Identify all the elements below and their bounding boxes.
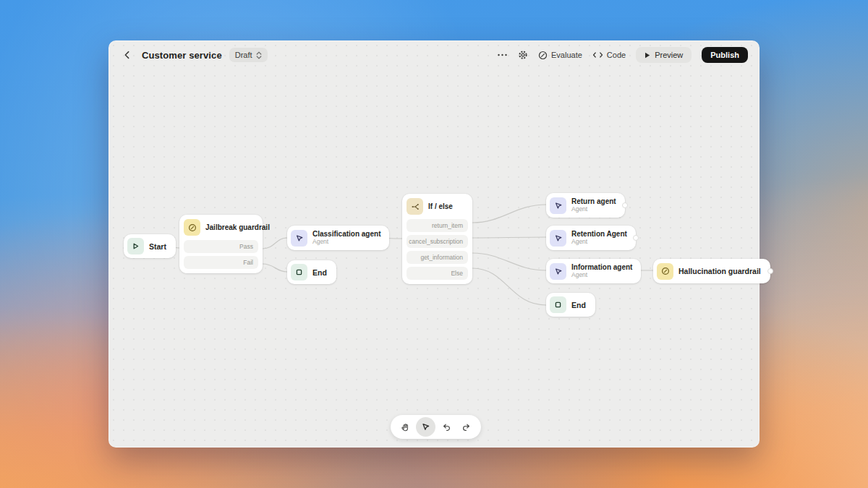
node-title: Jailbreak guardrail: [205, 223, 270, 231]
evaluate-icon: [538, 51, 548, 60]
node-classification-agent[interactable]: Classification agent Agent: [287, 226, 389, 250]
end-stop-icon: [291, 264, 307, 281]
preview-label: Preview: [655, 51, 683, 59]
agent-icon: [550, 197, 566, 214]
branch-row-cancel-subscription[interactable]: cancel_subscription: [407, 235, 468, 248]
publish-label: Publish: [710, 51, 739, 59]
guardrail-icon: [657, 263, 673, 280]
chevron-up-down-icon: [256, 51, 262, 59]
branch-row-get-information[interactable]: get_information: [407, 251, 468, 264]
node-if-else[interactable]: If / else return_item cancel_subscriptio…: [402, 194, 472, 284]
canvas[interactable]: Customer service Draft Evaluate Code Pr: [109, 40, 760, 448]
select-tool-button[interactable]: [416, 417, 435, 437]
node-end-left[interactable]: End: [287, 260, 336, 284]
output-port[interactable]: [622, 202, 628, 208]
ellipsis-icon: [497, 50, 508, 60]
branch-row-else[interactable]: Else: [407, 267, 468, 280]
status-dropdown[interactable]: Draft: [229, 48, 268, 62]
node-title: Hallucination guardrail: [678, 267, 761, 275]
branch-icon: [407, 198, 423, 215]
preview-button[interactable]: Preview: [636, 47, 692, 63]
redo-button[interactable]: [456, 417, 476, 437]
output-port[interactable]: [633, 235, 639, 241]
agent-icon: [550, 263, 566, 280]
code-icon: [592, 51, 603, 59]
node-start[interactable]: Start: [124, 234, 176, 258]
node-subtitle: Agent: [571, 239, 627, 246]
node-retention-agent[interactable]: Retention Agent Agent: [546, 226, 636, 250]
settings-button[interactable]: [518, 50, 528, 60]
node-return-agent[interactable]: Return agent Agent: [546, 193, 625, 218]
builder-header: Customer service Draft Evaluate Code Pr: [109, 40, 760, 69]
guardrail-icon: [184, 219, 200, 236]
play-icon: [644, 52, 650, 59]
hand-icon: [400, 422, 410, 432]
evaluate-button[interactable]: Evaluate: [538, 51, 582, 60]
node-label: End: [571, 301, 586, 309]
back-button[interactable]: [120, 48, 135, 62]
branch-row-pass[interactable]: Pass: [184, 240, 258, 253]
chevron-left-icon: [122, 50, 132, 60]
status-badge: Draft: [235, 51, 252, 59]
canvas-toolbar: [391, 415, 481, 439]
evaluate-label: Evaluate: [551, 51, 582, 59]
pan-tool-button[interactable]: [396, 417, 415, 437]
node-hallucination-guardrail[interactable]: Hallucination guardrail: [653, 259, 770, 283]
undo-button[interactable]: [436, 417, 456, 437]
agent-icon: [291, 230, 307, 247]
node-information-agent[interactable]: Information agent Agent: [546, 259, 641, 283]
branch-row-fail[interactable]: Fail: [184, 256, 258, 269]
end-stop-icon: [550, 296, 566, 313]
node-end-right[interactable]: End: [546, 293, 595, 317]
branch-row-return-item[interactable]: return_item: [407, 219, 468, 232]
agent-icon: [550, 230, 566, 247]
node-label: End: [312, 268, 327, 277]
node-label: Start: [149, 242, 166, 251]
node-subtitle: Agent: [571, 272, 632, 279]
gear-icon: [518, 50, 528, 60]
node-subtitle: Agent: [312, 239, 380, 246]
code-label: Code: [607, 51, 626, 59]
publish-button[interactable]: Publish: [702, 47, 748, 63]
cursor-icon: [421, 422, 430, 432]
output-port[interactable]: [767, 268, 773, 274]
undo-icon: [441, 422, 451, 432]
more-menu-button[interactable]: [497, 50, 508, 60]
page-title: Customer service: [142, 50, 222, 61]
start-play-icon: [127, 238, 144, 254]
node-title: If / else: [428, 202, 453, 210]
redo-icon: [461, 422, 472, 432]
node-subtitle: Agent: [571, 206, 616, 213]
code-button[interactable]: Code: [592, 51, 626, 59]
node-jailbreak-guardrail[interactable]: Jailbreak guardrail Pass Fail: [179, 215, 263, 273]
